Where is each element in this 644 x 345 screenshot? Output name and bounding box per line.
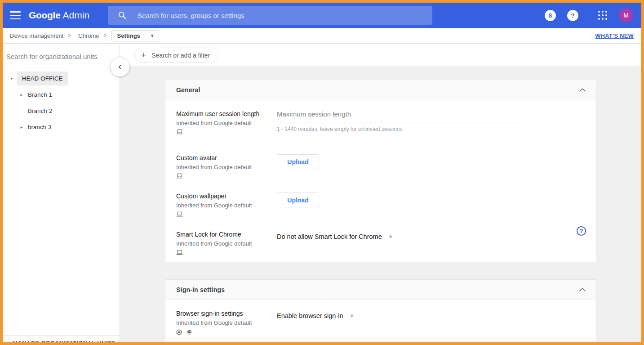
global-search-bar[interactable]: Search for users, groups or settings <box>108 6 432 25</box>
setting-row-browser-sign-in: Browser sign-in settings Inherited from … <box>165 300 596 342</box>
setting-inheritance: Inherited from Google default <box>176 319 277 326</box>
add-filter-chip[interactable]: + Search or add a filter <box>134 48 218 63</box>
setting-value-column: Upload <box>277 154 585 183</box>
breadcrumb-separator: > <box>104 32 107 39</box>
select-value[interactable]: Do not allow Smart Lock for Chrome <box>277 233 382 240</box>
general-card-header[interactable]: General <box>165 80 596 100</box>
card-title: Sign-in settings <box>176 286 225 293</box>
browser-sign-in-select[interactable]: Enable browser sign-in ▼ <box>277 312 585 319</box>
setting-row-custom-wallpaper: Custom wallpaper Inherited from Google d… <box>165 183 596 221</box>
setting-row-custom-avatar: Custom avatar Inherited from Google defa… <box>165 144 596 183</box>
smart-lock-help-icon[interactable]: ? <box>577 226 586 236</box>
setting-value-column: Upload <box>277 193 585 221</box>
caret-right-icon[interactable]: ▸ <box>18 125 25 130</box>
setting-title: Smart Lock for Chrome <box>176 231 277 238</box>
applies-to-devices <box>176 211 277 217</box>
setting-value-column: Enable browser sign-in ▼ <box>277 310 585 342</box>
pending-tasks-icon[interactable]: 8 <box>545 10 556 21</box>
org-units-sidebar: ▾ HEAD OFFICE ▸ Branch 1 Branch 2 ▸ bran… <box>3 44 120 342</box>
applies-to-devices <box>176 173 277 179</box>
tree-item-head-office[interactable]: ▾ HEAD OFFICE <box>3 70 120 86</box>
tree-item-branch-3[interactable]: ▸ branch 3 <box>3 119 120 135</box>
setting-inheritance: Inherited from Google default <box>176 240 277 247</box>
breadcrumb-settings-current[interactable]: Settings <box>112 31 146 41</box>
setting-label-column: Custom wallpaper Inherited from Google d… <box>176 193 277 221</box>
applies-to-devices <box>176 129 277 134</box>
setting-title: Custom wallpaper <box>176 193 277 200</box>
sidebar-footer: MANAGE ORGANIZATIONAL UNITS <box>3 335 120 342</box>
setting-inheritance: Inherited from Google default <box>176 164 277 170</box>
search-icon <box>118 11 127 20</box>
account-avatar[interactable]: M <box>619 8 633 22</box>
logo-google: Google <box>29 10 61 20</box>
setting-row-smart-lock: Smart Lock for Chrome Inherited from Goo… <box>165 221 596 263</box>
sign-in-settings-card: Sign-in settings Browser sign-in setting… <box>165 279 596 342</box>
apps-grid-icon[interactable] <box>598 11 607 20</box>
tree-item-label[interactable]: Branch 1 <box>28 91 52 98</box>
breadcrumb-chrome[interactable]: Chrome <box>78 32 99 39</box>
tree-item-label[interactable]: HEAD OFFICE <box>17 72 68 85</box>
caret-down-icon[interactable]: ▾ <box>8 76 15 81</box>
settings-content: + Search or add a filter General Maximum… <box>120 44 641 342</box>
topbar-actions: 8 ? M <box>545 3 637 28</box>
setting-title: Maximum user session length <box>176 110 277 117</box>
filter-chip-label: Search or add a filter <box>151 52 210 59</box>
chevron-left-icon <box>117 64 123 70</box>
smart-lock-select[interactable]: Do not allow Smart Lock for Chrome ▼ <box>277 233 585 240</box>
setting-row-max-session-length: Maximum user session length Inherited fr… <box>165 100 596 144</box>
general-settings-card: General Maximum user session length Inhe… <box>165 80 596 262</box>
setting-title: Browser sign-in settings <box>176 310 277 317</box>
setting-inheritance: Inherited from Google default <box>176 202 277 209</box>
input-placeholder[interactable]: Maximum session length <box>277 110 522 122</box>
org-unit-search-input[interactable] <box>6 53 112 60</box>
caret-right-icon[interactable]: ▸ <box>18 92 25 97</box>
setting-label-column: Maximum user session length Inherited fr… <box>176 110 277 144</box>
applies-to-devices <box>176 329 277 335</box>
chevron-up-icon <box>579 88 586 92</box>
card-title: General <box>176 86 200 94</box>
help-icon[interactable]: ? <box>567 10 578 21</box>
setting-value-column: Do not allow Smart Lock for Chrome ▼ <box>277 231 585 263</box>
setting-title: Custom avatar <box>176 154 277 161</box>
select-value[interactable]: Enable browser sign-in <box>277 312 343 319</box>
android-icon <box>187 329 192 335</box>
setting-label-column: Browser sign-in settings Inherited from … <box>176 310 277 342</box>
input-helper-text: 1 - 1440 minutes; leave empty for unlimi… <box>277 126 522 132</box>
breadcrumb: Device management > Chrome > Settings ▼ … <box>3 28 641 44</box>
breadcrumb-device-management[interactable]: Device management <box>10 32 63 39</box>
google-admin-logo: GoogleAdmin <box>29 10 89 21</box>
settings-dropdown-icon[interactable]: ▼ <box>146 31 159 41</box>
collapse-section-button[interactable] <box>579 88 586 92</box>
upload-wallpaper-button[interactable]: Upload <box>277 193 319 207</box>
global-search-placeholder: Search for users, groups or settings <box>138 12 244 19</box>
dropdown-arrow-icon[interactable]: ▼ <box>350 313 355 318</box>
tree-item-branch-1[interactable]: ▸ Branch 1 <box>3 86 120 103</box>
filter-bar: + Search or add a filter <box>120 44 641 66</box>
dropdown-arrow-icon[interactable]: ▼ <box>388 234 393 239</box>
collapse-section-button[interactable] <box>579 287 586 292</box>
logo-admin: Admin <box>63 10 90 20</box>
breadcrumb-settings-split-button: Settings ▼ <box>111 30 159 41</box>
sign-in-card-header[interactable]: Sign-in settings <box>165 280 596 300</box>
app-bar: GoogleAdmin Search for users, groups or … <box>3 3 641 28</box>
whats-new-link[interactable]: WHAT'S NEW <box>595 28 634 44</box>
upload-avatar-button[interactable]: Upload <box>277 154 319 169</box>
screenshot-frame: GoogleAdmin Search for users, groups or … <box>0 0 644 345</box>
setting-label-column: Custom avatar Inherited from Google defa… <box>176 154 277 183</box>
applies-to-devices <box>176 250 277 255</box>
tree-item-label[interactable]: Branch 2 <box>28 108 52 114</box>
laptop-icon <box>176 129 183 134</box>
breadcrumb-separator: > <box>68 32 71 39</box>
org-unit-tree: ▾ HEAD OFFICE ▸ Branch 1 Branch 2 ▸ bran… <box>3 70 120 135</box>
chevron-up-icon <box>579 287 586 292</box>
tree-item-branch-2[interactable]: Branch 2 <box>3 103 120 119</box>
chrome-icon <box>176 329 182 335</box>
plus-icon: + <box>141 51 146 59</box>
menu-icon[interactable] <box>10 11 21 19</box>
sidebar-collapse-button[interactable] <box>111 58 129 76</box>
setting-label-column: Smart Lock for Chrome Inherited from Goo… <box>176 231 277 263</box>
max-session-length-input[interactable]: Maximum session length 1 - 1440 minutes;… <box>277 110 522 132</box>
manage-org-units-link[interactable]: MANAGE ORGANIZATIONAL UNITS <box>13 340 120 342</box>
tree-item-label[interactable]: branch 3 <box>28 124 52 130</box>
main-area: ▾ HEAD OFFICE ▸ Branch 1 Branch 2 ▸ bran… <box>3 44 641 342</box>
